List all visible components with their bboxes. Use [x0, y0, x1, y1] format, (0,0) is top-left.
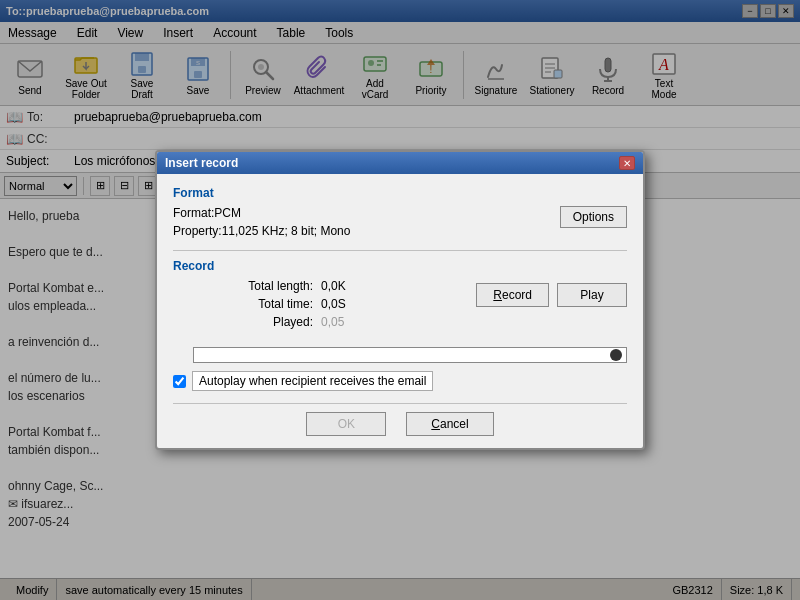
progress-indicator: [610, 349, 622, 361]
dialog-body: Format Format:PCM Property:11,025 KHz; 8…: [157, 174, 643, 448]
progress-row: [173, 347, 627, 363]
total-time-value: 0,0S: [321, 297, 346, 311]
cancel-button[interactable]: Cancel: [406, 412, 493, 436]
record-section: Record Total length: 0,0K Total time: 0,…: [173, 259, 627, 337]
divider-1: [173, 250, 627, 251]
record-fields: Total length: 0,0K Total time: 0,0S Play…: [173, 279, 346, 337]
format-section: Format:PCM Property:11,025 KHz; 8 bit; M…: [173, 206, 627, 238]
options-button[interactable]: Options: [560, 206, 627, 228]
total-length-value: 0,0K: [321, 279, 346, 293]
played-label: Played:: [193, 315, 313, 329]
autoplay-checkbox[interactable]: [173, 375, 186, 388]
record-section-title: Record: [173, 259, 627, 273]
ok-button[interactable]: OK: [306, 412, 386, 436]
record-info-row: Total length: 0,0K Total time: 0,0S Play…: [173, 279, 627, 337]
total-length-label: Total length:: [193, 279, 313, 293]
dialog-titlebar: Insert record ✕: [157, 152, 643, 174]
dialog-overlay: Insert record ✕ Format Format:PCM Proper…: [0, 0, 800, 600]
autoplay-row: Autoplay when recipient receives the ema…: [173, 371, 627, 391]
dialog-buttons: OK Cancel: [173, 403, 627, 436]
record-action-button[interactable]: Record: [476, 283, 549, 307]
played-value: 0,05: [321, 315, 346, 329]
progress-bar: [193, 347, 627, 363]
dialog-title: Insert record: [165, 156, 238, 170]
format-pcm: Format:PCM: [173, 206, 350, 220]
autoplay-label: Autoplay when recipient receives the ema…: [192, 371, 433, 391]
total-time-label: Total time:: [193, 297, 313, 311]
play-button[interactable]: Play: [557, 283, 627, 307]
format-property: Property:11,025 KHz; 8 bit; Mono: [173, 224, 350, 238]
insert-record-dialog: Insert record ✕ Format Format:PCM Proper…: [155, 150, 645, 450]
record-play-buttons: Record Play: [476, 283, 627, 307]
format-section-title: Format: [173, 186, 627, 200]
record-info-grid: Total length: 0,0K Total time: 0,0S Play…: [193, 279, 346, 329]
dialog-close-button[interactable]: ✕: [619, 156, 635, 170]
format-info: Format:PCM Property:11,025 KHz; 8 bit; M…: [173, 206, 350, 238]
